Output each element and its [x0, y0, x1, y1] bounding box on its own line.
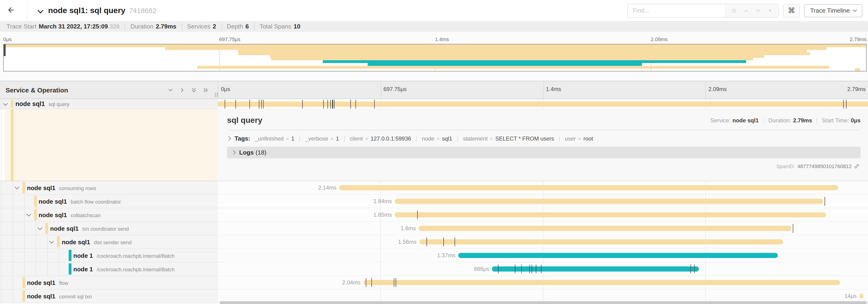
minimap-span-rows — [4, 44, 866, 71]
span-duration-bar[interactable] — [418, 226, 791, 231]
span-label: node sql1 commit sql txn — [0, 293, 92, 300]
span-timeline-cell[interactable]: 2.14ms — [218, 181, 868, 195]
span-duration-bar[interactable] — [218, 101, 868, 106]
service-name: node sql1 — [38, 211, 67, 218]
trace-total-spans: Total Spans 10 — [254, 23, 300, 30]
span-timeline-cell[interactable]: 2.04ms — [218, 276, 868, 290]
span-tree-cell[interactable]: node sql1 batch flow coordinator — [0, 195, 218, 208]
horizontal-scrollbar[interactable] — [220, 301, 867, 304]
span-timeline-cell[interactable]: 1.37ms — [218, 249, 868, 263]
span-duration-label: 2.14ms — [318, 184, 337, 191]
span-timeline-cell[interactable]: 1.85ms — [218, 208, 868, 222]
span-duration-bar[interactable] — [419, 239, 783, 244]
service-name: node sql1 — [38, 198, 67, 205]
log-marker — [532, 265, 532, 273]
span-timeline-cell[interactable] — [218, 99, 868, 109]
top-bar: node sql1: sql query 7418682 ⌘ Trace Tim… — [0, 0, 868, 21]
span-tree-cell[interactable]: node sql1 txn coordinator send — [0, 222, 218, 235]
span-row-internal-batch-1[interactable]: node 1 /cockroach.roachpb.Internal/Batch… — [0, 249, 868, 263]
operation-name: txn coordinator send — [82, 226, 129, 231]
span-tree-cell[interactable]: node sql1 colbatchscan — [0, 208, 218, 222]
operation-name: /cockroach.roachpb.Internal/Batch — [97, 266, 175, 272]
expand-all-icon[interactable] — [203, 87, 208, 93]
service-name: node 1 — [73, 252, 93, 259]
span-label: node sql1 consuming rows — [0, 184, 96, 191]
span-duration-label: 1.84ms — [373, 198, 392, 205]
match-target-icon[interactable] — [731, 8, 737, 13]
selected-span-highlight — [5, 109, 218, 181]
span-tree-cell[interactable]: node sql1 flow — [0, 276, 218, 290]
span-timeline-cell[interactable]: 1.6ms — [218, 222, 868, 235]
span-tree-cell[interactable]: node sql1 consuming rows — [0, 181, 218, 195]
trace-view-label: Trace Timeline — [810, 7, 850, 14]
span-label: node sql1 batch flow coordinator — [0, 198, 121, 205]
span-duration-bar[interactable] — [492, 266, 699, 272]
span-row-consuming-rows[interactable]: node sql1 consuming rows 2.14ms — [0, 181, 868, 195]
span-label: node 1 /cockroach.roachpb.Internal/Batch — [0, 252, 175, 259]
span-duration-label: 886μs — [474, 266, 489, 272]
minimap-drag-handle[interactable] — [4, 44, 6, 56]
log-marker — [417, 210, 418, 219]
minimap-canvas[interactable] — [3, 44, 867, 71]
span-row-colbatchscan[interactable]: node sql1 colbatchscan 1.85ms — [0, 208, 868, 222]
span-tree-cell[interactable]: node sql1 sql query — [0, 99, 218, 109]
span-tree-cell[interactable]: node sql1 dist sender send — [0, 235, 218, 249]
span-duration-bar[interactable] — [395, 212, 826, 217]
tags-row[interactable]: Tags: _unfinished=1 _verbose=1 client=12… — [227, 135, 861, 142]
log-marker — [330, 99, 331, 108]
span-tree-cell[interactable]: node 1 /cockroach.roachpb.Internal/Batch — [0, 249, 218, 263]
span-duration-bar[interactable] — [339, 185, 838, 190]
column-resize-handle[interactable] — [215, 93, 218, 97]
log-marker — [536, 265, 536, 273]
clear-search-icon[interactable] — [768, 8, 773, 13]
span-row-batch-flow-coordinator[interactable]: node sql1 batch flow coordinator 1.84ms — [0, 195, 868, 208]
span-duration-bar[interactable] — [395, 199, 823, 204]
tag-verbose: _verbose=1 — [300, 135, 339, 142]
back-button[interactable] — [6, 0, 27, 21]
collapse-all-icon[interactable] — [191, 87, 197, 93]
span-duration-label: 1.85ms — [373, 211, 392, 218]
log-marker — [258, 99, 259, 108]
keyboard-shortcuts-button[interactable]: ⌘ — [783, 4, 800, 17]
span-duration-label: 1.6ms — [401, 225, 416, 232]
find-suffix-buttons — [725, 4, 778, 17]
collapse-trace-chevron[interactable] — [38, 8, 42, 12]
axis-tick: 0μs — [3, 36, 12, 42]
prev-match-icon[interactable] — [743, 8, 749, 13]
span-duration-bar[interactable] — [860, 294, 864, 299]
span-timeline-cell[interactable]: 1.56ms — [218, 235, 868, 249]
copy-link-icon[interactable] — [854, 163, 860, 169]
span-tree-cell[interactable]: node 1 /cockroach.roachpb.Internal/Batch — [0, 263, 218, 276]
trace-depth: Depth 6 — [221, 23, 249, 30]
expand-one-icon[interactable] — [179, 87, 185, 93]
span-timeline-cell[interactable]: 886μs — [218, 263, 868, 276]
span-row-flow[interactable]: node sql1 flow 2.04ms — [0, 276, 868, 290]
column-separator — [543, 81, 544, 99]
span-timeline-cell[interactable]: 1.84ms — [218, 195, 868, 208]
span-label: node sql1 flow — [0, 279, 68, 286]
span-row-internal-batch-2[interactable]: node 1 /cockroach.roachpb.Internal/Batch… — [0, 263, 868, 276]
span-tree-cell[interactable]: node sql1 commit sql txn — [0, 290, 218, 303]
minimap-span-bar — [368, 63, 642, 66]
span-row-sql-query[interactable]: node sql1 sql query — [0, 99, 868, 109]
next-match-icon[interactable] — [755, 8, 761, 13]
trace-id: 7418682 — [129, 6, 156, 14]
span-label: node sql1 txn coordinator send — [0, 225, 129, 232]
span-label: node 1 /cockroach.roachpb.Internal/Batch — [0, 266, 175, 272]
find-input[interactable] — [628, 4, 725, 17]
log-marker — [323, 99, 323, 108]
trace-start: Trace Start March 31 2022, 17:25:09.326 — [6, 23, 120, 30]
log-marker — [328, 99, 328, 108]
log-marker — [333, 99, 333, 108]
collapse-one-icon[interactable] — [168, 87, 173, 93]
trace-view-dropdown[interactable]: Trace Timeline — [804, 4, 862, 17]
span-row-txn-coordinator-send[interactable]: node sql1 txn coordinator send 1.6ms — [0, 222, 868, 235]
span-duration-bar[interactable] — [364, 280, 840, 285]
column-separator — [706, 81, 706, 99]
axis-tick: 1.4ms — [435, 36, 449, 42]
span-row-dist-sender-send[interactable]: node sql1 dist sender send 1.56ms — [0, 235, 868, 249]
detail-service: Service: node sql1 — [710, 117, 759, 124]
logs-row[interactable]: Logs (18) — [227, 147, 861, 158]
page-title: node sql1: sql query — [48, 6, 125, 15]
span-duration-bar[interactable] — [458, 253, 778, 258]
